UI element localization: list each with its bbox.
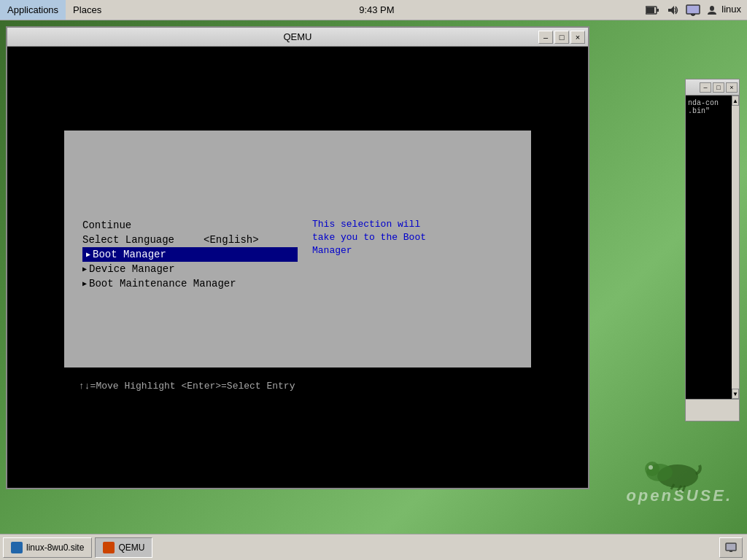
qemu-taskbar-icon	[103, 542, 115, 553]
qemu-window: QEMU – □ × Continue Select Language <Eng…	[6, 26, 589, 489]
terminal-line-1: nda-con	[688, 99, 737, 107]
uefi-menu-continue[interactable]: Continue	[82, 218, 298, 233]
network-icon	[686, 3, 700, 18]
side-panel-minimize[interactable]: –	[700, 82, 711, 93]
applications-menu[interactable]: Applications	[0, 0, 66, 20]
uefi-menu-boot-manager[interactable]: ▶ Boot Manager	[82, 247, 298, 262]
uefi-screen: Continue Select Language <English> ▶ Boo…	[64, 131, 531, 404]
svg-rect-11	[726, 543, 736, 551]
tray-network-icon	[724, 541, 738, 554]
maximize-button[interactable]: □	[554, 31, 569, 44]
svg-rect-6	[646, 7, 654, 13]
side-panel-titlebar: – □ ×	[686, 79, 739, 96]
side-terminal-panel: – □ × nda-con .bin" ▲ ▼	[685, 79, 740, 421]
vertical-scrollbar[interactable]: ▲ ▼	[732, 96, 739, 399]
scroll-up[interactable]: ▲	[732, 96, 739, 106]
uefi-info-area: This selection willtake you to the BootM…	[298, 145, 531, 368]
taskbar-tray	[719, 537, 743, 558]
places-menu[interactable]: Places	[66, 0, 109, 20]
linux-site-icon	[11, 542, 23, 553]
volume-icon	[665, 3, 680, 18]
minimize-button[interactable]: –	[538, 31, 553, 44]
close-button[interactable]: ×	[570, 31, 585, 44]
user-label: linux	[706, 4, 741, 16]
side-panel-maximize[interactable]: □	[713, 82, 724, 93]
qemu-titlebar: QEMU – □ ×	[7, 28, 588, 47]
uefi-menu-language[interactable]: Select Language <English>	[82, 233, 298, 247]
svg-rect-9	[691, 14, 695, 15]
svg-rect-8	[686, 5, 700, 14]
qemu-title: QEMU	[284, 31, 312, 42]
svg-rect-5	[657, 9, 659, 12]
chameleon-illustration	[638, 443, 703, 494]
terminal-line-2: .bin"	[688, 107, 737, 115]
horizontal-scrollbar[interactable]	[686, 399, 739, 421]
svg-marker-7	[668, 6, 674, 15]
svg-point-3	[649, 465, 653, 470]
taskbar: linux-8wu0.site QEMU	[0, 534, 747, 560]
taskbar-qemu[interactable]: QEMU	[95, 537, 152, 558]
side-panel-close[interactable]: ×	[726, 82, 738, 93]
uefi-info-text: This selection willtake you to the BootM…	[312, 218, 524, 258]
system-clock: 9:43 PM	[359, 4, 394, 15]
scroll-down[interactable]: ▼	[732, 389, 739, 399]
svg-rect-12	[729, 551, 732, 552]
qemu-content: Continue Select Language <English> ▶ Boo…	[7, 47, 588, 488]
battery-icon	[645, 3, 659, 18]
uefi-menu-area: Continue Select Language <English> ▶ Boo…	[64, 145, 298, 368]
top-menubar: Applications Places 9:43 PM	[0, 0, 747, 20]
uefi-help-text: ↑↓=Move Highlight <Enter>=Select Entry	[79, 381, 295, 392]
uefi-menu-device-manager[interactable]: ▶ Device Manager	[82, 262, 298, 276]
uefi-menu-boot-maintenance[interactable]: ▶ Boot Maintenance Manager	[82, 276, 298, 291]
uefi-bottom-bar: ↑↓=Move Highlight <Enter>=Select Entry	[64, 368, 531, 404]
taskbar-linux-site[interactable]: linux-8wu0.site	[3, 537, 92, 558]
